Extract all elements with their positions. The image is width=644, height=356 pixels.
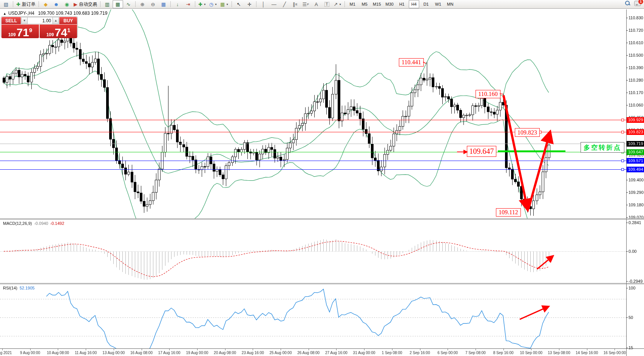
periods-icon-caret[interactable]: ▼	[215, 3, 217, 6]
mt4-window: ▧✚新订单◆☻◉▶自动交易▥▦∿⊕⊖▦↓⇥✚▼◷▼▦▼↖✛│—╱∥E☰FAT↗▼…	[0, 0, 644, 356]
timeframe-d1[interactable]: D1	[421, 0, 431, 8]
crosshair-icon[interactable]: ✛	[244, 0, 255, 8]
macd-label: MACD(12,26,9)-0.0940-0.1492	[3, 221, 64, 226]
price-tick	[626, 105, 628, 105]
line-handle[interactable]	[621, 119, 624, 121]
price-tick	[626, 217, 628, 218]
turning-point-label[interactable]: 多空转折点	[581, 142, 624, 153]
cursor-icon[interactable]: ↖	[233, 0, 244, 8]
signals-icon[interactable]: ◉	[62, 0, 72, 8]
timeframe-w1[interactable]: W1	[433, 0, 443, 8]
volume-input[interactable]	[28, 17, 53, 24]
autotrading-button[interactable]: ▶自动交易	[72, 0, 99, 8]
text-icon[interactable]: A	[311, 0, 321, 8]
timeframe-m30[interactable]: M30	[384, 0, 395, 8]
arrows-icon[interactable]: ↗▼	[332, 0, 343, 8]
toolbar-separator	[135, 1, 136, 7]
volume-up-button[interactable]: ▲	[53, 17, 59, 24]
candlestick-chart-icon[interactable]: ▦	[113, 0, 123, 8]
zoom-in-icon[interactable]: ⊕	[137, 0, 148, 8]
date-tick	[114, 349, 114, 350]
sell-price[interactable]: 109719	[2, 25, 39, 38]
timeframe-mn[interactable]: MN	[445, 0, 456, 8]
market-watch-icon: ☻	[54, 2, 59, 7]
date-tick	[86, 349, 86, 350]
timeframe-m5[interactable]: M5	[359, 0, 370, 8]
date-label: 14 Sep 16:00	[576, 351, 598, 355]
pane-splitter[interactable]	[0, 219, 644, 220]
collapse-icon[interactable]: ▲	[3, 12, 6, 15]
horizontal-line-object[interactable]	[0, 144, 626, 144]
date-label: 6 Sep 00:00	[437, 351, 458, 355]
price-note-109112[interactable]: 109.112	[496, 208, 521, 217]
periods-icon: ◷	[209, 2, 213, 7]
tile-windows-icon[interactable]: ▦	[158, 0, 169, 8]
line-handle[interactable]	[621, 159, 624, 162]
line-handle[interactable]	[621, 168, 624, 171]
indicators-icon[interactable]: ✚▼	[197, 0, 208, 8]
trendline-icon[interactable]: ╱	[279, 0, 290, 8]
buy-button[interactable]: BUY	[59, 17, 77, 24]
buy-price[interactable]: 109741	[40, 25, 77, 38]
bar-chart-icon[interactable]: ▥	[102, 0, 113, 8]
chart-profiles-icon[interactable]: ◆	[40, 0, 51, 8]
templates-icon[interactable]: ▦▼	[219, 0, 230, 8]
date-label: 27 Aug 16:00	[325, 351, 347, 355]
pane-splitter[interactable]	[0, 284, 644, 284]
auto-scroll-icon[interactable]: ↓	[172, 0, 183, 8]
date-label: 23 Aug 16:00	[242, 351, 264, 355]
chart-shift-icon[interactable]: ⇥	[183, 0, 193, 8]
volume-down-button[interactable]: ▼	[21, 17, 28, 24]
pane-splitter[interactable]	[0, 218, 644, 219]
autotrading-button-label: 自动交易	[79, 1, 97, 8]
price-note-109823[interactable]: 109.823	[515, 128, 540, 137]
price-note-110160[interactable]: 110.160	[476, 90, 500, 98]
zoom-out-icon[interactable]: ⊖	[148, 0, 158, 8]
date-tick	[448, 349, 448, 350]
horizontal-line-object[interactable]	[0, 120, 626, 120]
price-note-109647[interactable]: 109.647	[467, 146, 496, 157]
toolbar-separator	[232, 1, 232, 7]
pane-splitter[interactable]	[0, 283, 644, 283]
price-tick-label: 110.170	[629, 90, 643, 95]
market-watch-icon[interactable]: ☻	[51, 0, 62, 8]
templates-icon-caret[interactable]: ▼	[226, 3, 229, 6]
date-label: 19 Aug 00:00	[186, 351, 208, 355]
price-note-110441[interactable]: 110.441	[399, 58, 424, 67]
date-tick	[503, 349, 504, 350]
symbol-ohlc: 109.700 109.743 109.683 109.719	[38, 11, 108, 16]
timeframe-h4[interactable]: H4	[409, 0, 419, 8]
equidistant-channel-icon[interactable]: ∥E	[290, 0, 300, 8]
text-label-icon[interactable]: T	[321, 0, 332, 8]
chart-window-icon[interactable]: ▧	[1, 0, 11, 8]
arrows-icon-caret[interactable]: ▼	[339, 3, 341, 6]
price-tick-label: 110.390	[629, 65, 643, 70]
chat-icon[interactable]: 1	[634, 1, 641, 6]
new-order-button[interactable]: ✚新订单	[15, 0, 37, 8]
horizontal-line-object[interactable]	[0, 161, 626, 161]
rsi-tick-label: 100	[629, 286, 635, 290]
horizontal-line-object[interactable]	[0, 169, 626, 170]
periods-icon[interactable]: ◷▼	[208, 0, 219, 8]
price-tick	[626, 18, 628, 18]
indicators-icon-caret[interactable]: ▼	[204, 3, 206, 6]
volume-stepper: ▼▲	[21, 17, 59, 24]
timeframe-label: H1	[399, 2, 405, 6]
timeframe-h1[interactable]: H1	[397, 0, 407, 8]
search-icon[interactable]	[625, 1, 630, 6]
timeframe-label: M30	[386, 2, 394, 6]
support-thick-green[interactable]	[498, 150, 565, 152]
fibonacci-icon[interactable]: ☰F	[300, 0, 311, 8]
line-chart-icon[interactable]: ∿	[123, 0, 134, 8]
timeframe-label: MN	[447, 2, 453, 6]
toolbar-separator	[13, 1, 13, 7]
horizontal-line-icon[interactable]: —	[269, 0, 279, 8]
line-handle[interactable]	[621, 131, 624, 133]
date-tick	[420, 349, 420, 350]
macd-tick-label: 0.00	[629, 249, 636, 254]
timeframe-m15[interactable]: M15	[371, 0, 382, 8]
horizontal-line-icon: —	[272, 2, 276, 7]
vertical-line-icon[interactable]: │	[258, 0, 269, 8]
timeframe-m1[interactable]: M1	[347, 0, 358, 8]
sell-button[interactable]: SELL	[2, 17, 21, 24]
